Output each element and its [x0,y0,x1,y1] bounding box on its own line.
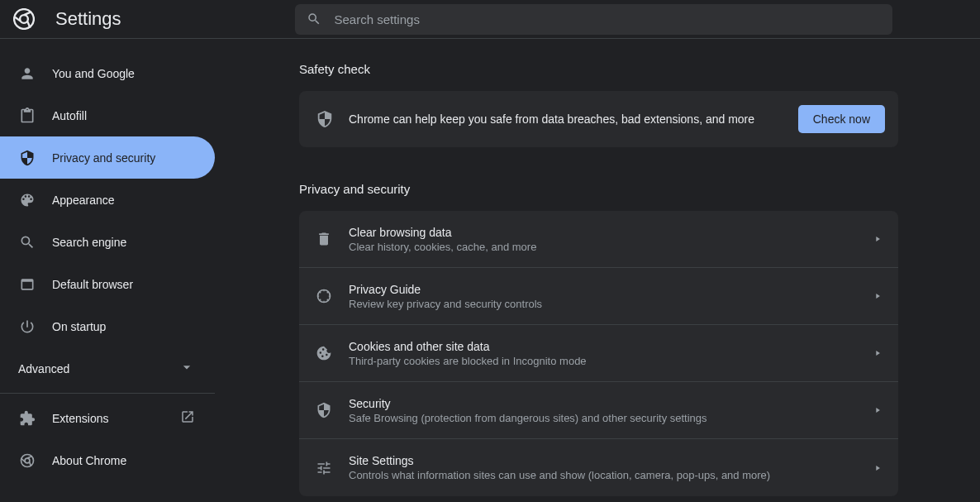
tune-icon [316,460,349,476]
row-subtitle: Review key privacy and security controls [349,298,873,310]
row-subtitle: Clear history, cookies, cache, and more [349,241,873,253]
sidebar-item-label: About Chrome [52,454,126,467]
security-shield-icon [316,402,349,418]
chevron-down-icon [178,359,195,378]
row-cookies[interactable]: Cookies and other site data Third-party … [299,325,898,382]
chevron-right-icon [873,346,882,361]
sidebar: You and Google Autofill Privacy and secu… [0,39,215,502]
safety-check-text: Chrome can help keep you safe from data … [349,112,798,126]
advanced-label: Advanced [18,362,69,375]
sidebar-advanced-toggle[interactable]: Advanced [0,347,215,390]
sidebar-item-on-startup[interactable]: On startup [0,305,215,347]
safety-check-card: Chrome can help keep you safe from data … [299,91,898,147]
chrome-icon [19,452,52,469]
sidebar-item-extensions[interactable]: Extensions [0,397,215,439]
page-title: Settings [55,8,121,30]
browser-icon [19,276,52,293]
row-title: Site Settings [349,454,873,467]
row-clear-browsing-data[interactable]: Clear browsing data Clear history, cooki… [299,211,898,268]
row-security[interactable]: Security Safe Browsing (protection from … [299,382,898,439]
sidebar-item-appearance[interactable]: Appearance [0,179,215,221]
search-settings[interactable] [295,4,892,35]
sidebar-item-label: Default browser [52,278,133,291]
sidebar-item-label: Appearance [52,194,115,207]
row-subtitle: Controls what information sites can use … [349,469,873,481]
chrome-logo-icon [13,8,38,30]
chevron-right-icon [873,461,882,476]
sidebar-item-label: Autofill [52,109,87,122]
extension-icon [19,410,52,427]
main-content: Safety check Chrome can help keep you sa… [215,39,980,502]
row-title: Cookies and other site data [349,340,873,353]
sidebar-item-you-and-google[interactable]: You and Google [0,52,215,94]
privacy-security-title: Privacy and security [299,182,980,196]
sidebar-divider [0,393,215,394]
sidebar-item-default-browser[interactable]: Default browser [0,263,215,305]
cookie-icon [316,345,349,361]
sidebar-item-privacy-security[interactable]: Privacy and security [0,136,215,179]
search-icon [19,234,52,251]
person-icon [19,65,52,82]
clipboard-icon [19,108,52,124]
row-privacy-guide[interactable]: Privacy Guide Review key privacy and sec… [299,268,898,325]
palette-icon [19,192,52,208]
check-now-button[interactable]: Check now [798,105,885,133]
compass-icon [316,288,349,304]
row-subtitle: Safe Browsing (protection from dangerous… [349,412,873,424]
sidebar-item-label: Extensions [52,412,108,425]
privacy-settings-list: Clear browsing data Clear history, cooki… [299,211,898,496]
open-in-new-icon [180,409,195,427]
chevron-right-icon [873,289,882,304]
sidebar-item-search-engine[interactable]: Search engine [0,221,215,263]
trash-icon [316,231,349,247]
safety-shield-icon [316,110,349,128]
search-icon [307,12,321,26]
sidebar-item-autofill[interactable]: Autofill [0,94,215,136]
sidebar-item-about-chrome[interactable]: About Chrome [0,439,215,481]
row-title: Privacy Guide [349,283,873,296]
search-input[interactable] [335,12,881,26]
svg-point-4 [318,290,331,303]
chevron-right-icon [873,232,882,246]
chevron-right-icon [873,403,882,418]
sidebar-item-label: Privacy and security [52,151,155,165]
row-site-settings[interactable]: Site Settings Controls what information … [299,439,898,496]
row-subtitle: Third-party cookies are blocked in Incog… [349,355,873,367]
sidebar-item-label: Search engine [52,236,126,249]
power-icon [19,318,52,335]
sidebar-item-label: You and Google [52,67,135,80]
sidebar-item-label: On startup [52,320,106,333]
app-header: Settings [0,0,980,39]
shield-icon [19,150,52,166]
row-title: Security [349,397,873,410]
row-title: Clear browsing data [349,226,873,239]
safety-check-title: Safety check [299,62,980,76]
